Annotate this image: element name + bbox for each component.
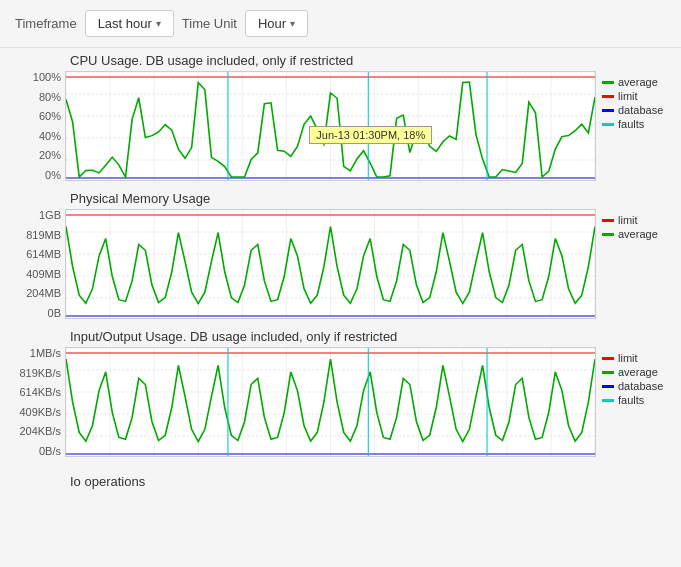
- legend-color: [602, 109, 614, 112]
- chart-area-memory[interactable]: [65, 209, 596, 319]
- legend-color: [602, 371, 614, 374]
- timeframe-button[interactable]: Last hour ▾: [85, 10, 174, 37]
- legend-item: average: [602, 228, 671, 240]
- legend-color: [602, 233, 614, 236]
- time-unit-button[interactable]: Hour ▾: [245, 10, 308, 37]
- legend-item: database: [602, 380, 671, 392]
- legend-item: faults: [602, 118, 671, 130]
- legend-item: average: [602, 366, 671, 378]
- legend-color: [602, 219, 614, 222]
- legend-color: [602, 123, 614, 126]
- legend-label: faults: [618, 394, 644, 406]
- legend-label: average: [618, 228, 658, 240]
- legend-label: database: [618, 380, 663, 392]
- y-axis-cpu: 100%80%60%40%20%0%: [10, 71, 65, 181]
- y-axis-memory: 1GB819MB614MB409MB204MB0B: [10, 209, 65, 319]
- legend-color: [602, 399, 614, 402]
- time-unit-button-label: Hour: [258, 16, 286, 31]
- chart-title-memory: Physical Memory Usage: [70, 191, 671, 206]
- timeframe-button-label: Last hour: [98, 16, 152, 31]
- chart-section-memory: Physical Memory Usage1GB819MB614MB409MB2…: [10, 191, 671, 319]
- legend-color: [602, 95, 614, 98]
- y-axis-io: 1MB/s819KB/s614KB/s409KB/s204KB/s0B/s: [10, 347, 65, 457]
- legend-color: [602, 81, 614, 84]
- chart-tooltip: Jun-13 01:30PM, 18%: [309, 126, 432, 144]
- chart-area-io[interactable]: [65, 347, 596, 457]
- legend-label: limit: [618, 90, 638, 102]
- legend-item: limit: [602, 90, 671, 102]
- chart-section-io: Input/Output Usage. DB usage included, o…: [10, 329, 671, 457]
- chart-legend-io: limitaveragedatabasefaults: [596, 347, 671, 457]
- legend-label: average: [618, 366, 658, 378]
- chart-section-cpu: CPU Usage. DB usage included, only if re…: [10, 53, 671, 181]
- legend-label: database: [618, 104, 663, 116]
- chart-legend-cpu: averagelimitdatabasefaults: [596, 71, 671, 181]
- legend-label: faults: [618, 118, 644, 130]
- legend-item: faults: [602, 394, 671, 406]
- footer-title: Io operations: [60, 474, 681, 489]
- toolbar: Timeframe Last hour ▾ Time Unit Hour ▾: [0, 0, 681, 48]
- legend-item: average: [602, 76, 671, 88]
- legend-label: limit: [618, 214, 638, 226]
- legend-item: database: [602, 104, 671, 116]
- chart-legend-memory: limitaverage: [596, 209, 671, 319]
- legend-label: average: [618, 76, 658, 88]
- timeframe-label: Timeframe: [15, 16, 77, 31]
- charts-container: CPU Usage. DB usage included, only if re…: [0, 48, 681, 472]
- time-unit-chevron-icon: ▾: [290, 18, 295, 29]
- chart-title-cpu: CPU Usage. DB usage included, only if re…: [70, 53, 671, 68]
- legend-item: limit: [602, 214, 671, 226]
- legend-item: limit: [602, 352, 671, 364]
- legend-color: [602, 385, 614, 388]
- timeframe-chevron-icon: ▾: [156, 18, 161, 29]
- legend-color: [602, 357, 614, 360]
- chart-title-io: Input/Output Usage. DB usage included, o…: [70, 329, 671, 344]
- time-unit-label: Time Unit: [182, 16, 237, 31]
- chart-area-cpu[interactable]: Jun-13 01:30PM, 18%: [65, 71, 596, 181]
- legend-label: limit: [618, 352, 638, 364]
